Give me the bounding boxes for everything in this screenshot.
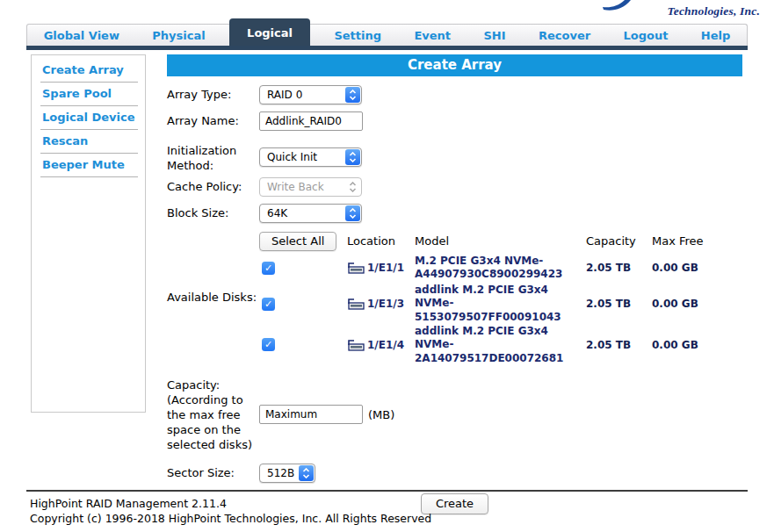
disk-location: 1/E1/3 — [367, 298, 404, 310]
nav-tab-label: Physical — [152, 29, 205, 42]
sidebar-item-label: Create Array — [42, 63, 124, 76]
disk-model: addlink M.2 PCIE G3x4 NVMe-5153079507FF0… — [415, 284, 586, 325]
sidebar-item[interactable]: Logical Device — [40, 106, 138, 130]
disk-table: Select All Location Model Capacity Max F… — [259, 230, 727, 366]
disk-checkbox[interactable]: ✓ — [262, 262, 275, 275]
available-disks-label: Available Disks: — [167, 291, 259, 306]
nav-tab[interactable]: SHI — [474, 29, 514, 42]
sidebar-item[interactable]: Spare Pool — [40, 83, 138, 106]
nav-tab-label: Setting — [334, 29, 381, 42]
array-name-input[interactable] — [259, 111, 363, 131]
nav-tab-label: Global View — [44, 29, 119, 42]
nav-tab-label: Event — [414, 29, 451, 42]
array-type-label: Array Type: — [167, 85, 259, 104]
disk-rows: ✓ 1/E1/1 M.2 PCIE G3x4 NVMe-A44907 — [259, 253, 727, 366]
sector-size-label: Sector Size: — [167, 464, 259, 483]
disk-drive-icon — [347, 262, 365, 274]
nav-tab[interactable]: Logout — [615, 29, 677, 42]
sidebar: Create Array Spare Pool Logical Device R… — [31, 54, 146, 413]
block-size-value: 64K — [267, 207, 287, 219]
create-array-form: Array Type: RAID 0 Array Name: Initializ… — [167, 76, 742, 514]
capacity-unit: (MB) — [368, 408, 394, 421]
nav-tab-label: Help — [701, 29, 730, 42]
sidebar-item-label: Logical Device — [42, 111, 135, 124]
init-method-row: Initialization Method: Quick Init — [167, 141, 742, 174]
nav-tab-label: Logical — [247, 26, 293, 40]
chevron-up-down-icon — [345, 149, 360, 165]
footer-divider — [26, 490, 748, 492]
available-disks-section: Available Disks: Select All Location Mod… — [167, 230, 742, 366]
page-title: Create Array — [167, 54, 742, 76]
main-nav: Global View Physical Logical Setting Eve… — [26, 24, 748, 47]
header-capacity: Capacity — [586, 234, 652, 248]
header-location: Location — [347, 234, 415, 248]
block-size-row: Block Size: 64K — [167, 204, 742, 223]
nav-tab-label: Recover — [539, 29, 590, 42]
nav-tab[interactable]: Help — [692, 29, 739, 42]
disk-location: 1/E1/4 — [367, 339, 404, 351]
capacity-input[interactable] — [259, 405, 363, 424]
block-size-select[interactable]: 64K — [259, 204, 362, 223]
sidebar-item-label: Beeper Mute — [42, 158, 125, 171]
disk-max-free: 0.00 GB — [652, 339, 727, 351]
disk-model: addlink M.2 PCIE G3x4 NVMe-2A14079517DE0… — [415, 325, 586, 366]
sidebar-item[interactable]: Beeper Mute — [40, 154, 138, 177]
chevron-up-down-icon — [299, 465, 314, 481]
header-max-free: Max Free — [652, 234, 727, 248]
logo-tagline: Technologies, Inc. — [668, 4, 760, 18]
sector-size-row: Sector Size: 512B — [167, 464, 742, 483]
disk-row: ✓ 1/E1/3 addlink M.2 PCIE G3x4 NVM — [259, 284, 727, 325]
nav-tab[interactable]: Recover — [530, 29, 599, 42]
disk-model: M.2 PCIE G3x4 NVMe-A44907930C8900299423 — [415, 255, 586, 282]
sidebar-item[interactable]: Create Array — [40, 59, 138, 83]
footer-version: HighPoint RAID Management 2.11.4 — [30, 496, 431, 511]
select-all-button[interactable]: Select All — [259, 232, 336, 251]
disk-capacity: 2.05 TB — [586, 262, 652, 274]
disk-capacity: 2.05 TB — [586, 298, 652, 310]
sidebar-item[interactable]: Rescan — [40, 130, 138, 154]
nav-tab[interactable]: Logical — [229, 18, 310, 47]
nav-tab[interactable]: Setting — [325, 29, 390, 42]
disk-max-free: 0.00 GB — [652, 298, 727, 310]
sector-size-value: 512B — [267, 467, 294, 479]
sidebar-item-label: Spare Pool — [42, 87, 112, 100]
header-model: Model — [415, 234, 586, 248]
nav-underline — [26, 46, 748, 50]
main-panel: Create Array Array Type: RAID 0 Array Na… — [167, 54, 742, 514]
chevron-up-down-icon — [345, 179, 360, 195]
nav-tab-label: Logout — [624, 29, 669, 42]
array-type-row: Array Type: RAID 0 — [167, 85, 742, 104]
footer: HighPoint RAID Management 2.11.4 Copyrig… — [30, 496, 431, 526]
disk-max-free: 0.00 GB — [652, 262, 727, 274]
nav-tab[interactable]: Global View — [35, 29, 128, 42]
disk-row: ✓ 1/E1/4 addlink M.2 PCIE G3x4 NVM — [259, 325, 727, 366]
disk-drive-icon — [347, 298, 365, 310]
array-type-value: RAID 0 — [267, 89, 302, 101]
chevron-up-down-icon — [345, 205, 360, 221]
cache-policy-select: Write Back — [259, 177, 362, 197]
highpoint-logo-swoosh-icon — [602, 0, 635, 13]
cache-policy-label: Cache Policy: — [167, 177, 259, 197]
disk-table-header: Select All Location Model Capacity Max F… — [259, 230, 727, 253]
block-size-label: Block Size: — [167, 204, 259, 223]
disk-checkbox[interactable]: ✓ — [262, 298, 275, 311]
init-method-select[interactable]: Quick Init — [259, 147, 362, 167]
sector-size-select[interactable]: 512B — [259, 464, 315, 483]
footer-copyright: Copyright (c) 1996-2018 HighPoint Techno… — [30, 511, 431, 526]
chevron-up-down-icon — [345, 87, 360, 103]
sidebar-item-label: Rescan — [42, 134, 88, 147]
cache-policy-row: Cache Policy: Write Back — [167, 177, 742, 197]
capacity-row: Capacity: (According to the max free spa… — [167, 376, 742, 452]
cache-policy-value: Write Back — [267, 181, 324, 193]
disk-drive-icon — [347, 339, 365, 351]
nav-tab[interactable]: Physical — [143, 29, 213, 42]
init-method-value: Quick Init — [267, 151, 317, 163]
init-method-label: Initialization Method: — [167, 141, 259, 174]
array-type-select[interactable]: RAID 0 — [259, 85, 362, 104]
disk-row: ✓ 1/E1/1 M.2 PCIE G3x4 NVMe-A44907 — [259, 253, 727, 284]
disk-capacity: 2.05 TB — [586, 339, 652, 351]
disk-location: 1/E1/1 — [367, 262, 404, 274]
disk-checkbox[interactable]: ✓ — [262, 338, 275, 351]
capacity-label: Capacity: (According to the max free spa… — [167, 376, 259, 452]
nav-tab[interactable]: Event — [405, 29, 459, 42]
